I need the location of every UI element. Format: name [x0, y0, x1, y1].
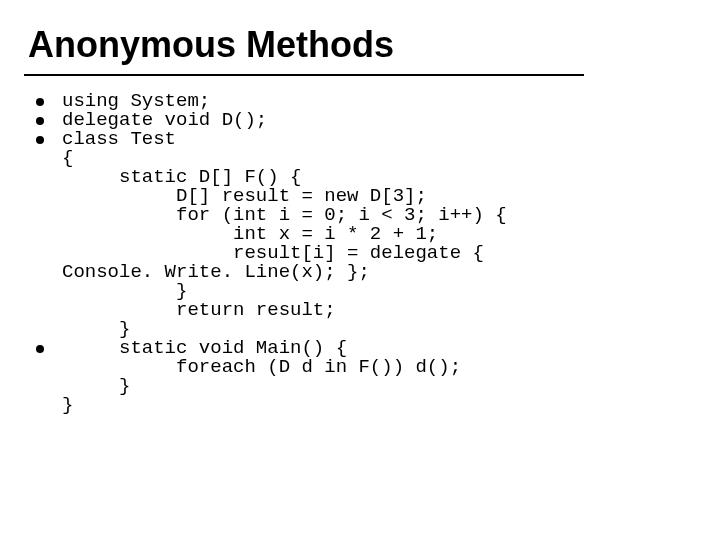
bullet-icon [36, 345, 44, 353]
code-line: } [62, 396, 73, 415]
slide-body: using System; delegate void D(); class T… [36, 92, 684, 415]
slide-title: Anonymous Methods [28, 24, 394, 66]
code-line: class Test [62, 130, 176, 149]
bullet-icon [36, 136, 44, 144]
bullet-icon [36, 117, 44, 125]
title-underline [24, 74, 584, 76]
bullet-icon [36, 98, 44, 106]
